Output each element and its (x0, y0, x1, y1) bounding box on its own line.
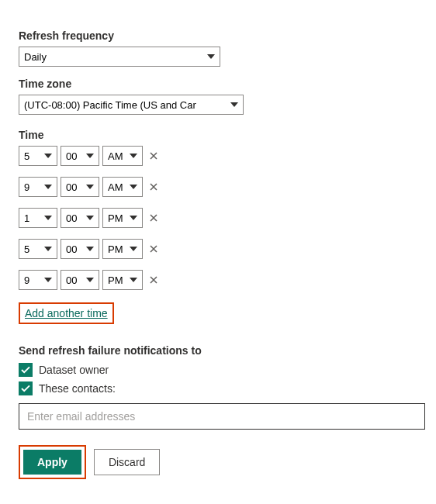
dataset-owner-checkbox[interactable] (19, 363, 33, 377)
time-row: 500AM (19, 146, 417, 166)
checkmark-icon (21, 365, 30, 375)
minute-select[interactable]: 00 (61, 177, 99, 197)
dataset-owner-label: Dataset owner (39, 364, 109, 376)
apply-highlight: Apply (19, 445, 86, 479)
hour-select[interactable]: 5 (19, 146, 57, 166)
time-row: 900PM (19, 270, 417, 290)
apply-button[interactable]: Apply (23, 450, 81, 475)
hour-select[interactable]: 5 (19, 239, 57, 259)
refresh-frequency-select[interactable]: Daily (19, 47, 220, 67)
checkmark-icon (21, 384, 30, 393)
time-row: 900AM (19, 177, 417, 197)
refresh-frequency-label: Refresh frequency (19, 29, 417, 42)
ampm-select[interactable]: AM (102, 177, 143, 197)
time-zone-label: Time zone (19, 78, 417, 90)
remove-time-icon[interactable] (147, 212, 160, 224)
ampm-select[interactable]: AM (102, 146, 143, 166)
hour-select[interactable]: 9 (19, 270, 57, 290)
remove-time-icon[interactable] (147, 181, 160, 193)
notifications-label: Send refresh failure notifications to (19, 344, 417, 357)
hour-select[interactable]: 1 (19, 208, 57, 228)
remove-time-icon[interactable] (147, 150, 160, 162)
minute-select[interactable]: 00 (61, 239, 99, 259)
minute-select[interactable]: 00 (61, 208, 99, 228)
time-zone-select[interactable]: (UTC-08:00) Pacific Time (US and Car (19, 95, 244, 115)
time-row: 100PM (19, 208, 417, 228)
these-contacts-label: These contacts: (39, 382, 116, 395)
these-contacts-checkbox[interactable] (19, 381, 33, 395)
ampm-select[interactable]: PM (102, 239, 143, 259)
time-row: 500PM (19, 239, 417, 259)
discard-button[interactable]: Discard (94, 449, 160, 475)
remove-time-icon[interactable] (147, 243, 160, 255)
email-addresses-input[interactable] (19, 403, 425, 430)
add-time-highlight: Add another time (19, 302, 114, 324)
hour-select[interactable]: 9 (19, 177, 57, 197)
minute-select[interactable]: 00 (61, 270, 99, 290)
remove-time-icon[interactable] (147, 274, 160, 286)
time-label: Time (19, 129, 417, 141)
ampm-select[interactable]: PM (102, 270, 143, 290)
ampm-select[interactable]: PM (102, 208, 143, 228)
minute-select[interactable]: 00 (61, 146, 99, 166)
add-another-time-link[interactable]: Add another time (25, 307, 108, 319)
